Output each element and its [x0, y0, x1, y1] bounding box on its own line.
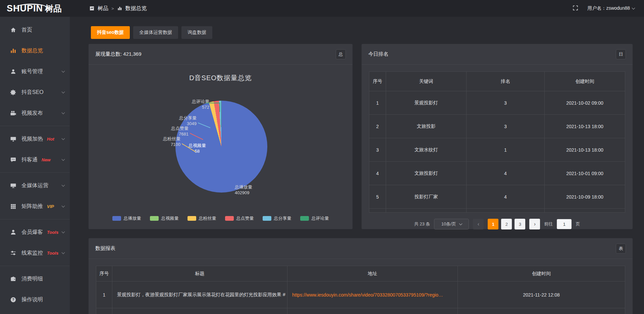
report-header-row: 序号标题地址创建时间	[96, 266, 625, 281]
page-list: 123	[488, 219, 525, 229]
report-row: 1 景观投影灯，夜游景观投影灯厂家展示展示落花灯在花园里的灯光投影应用效果 # …	[96, 281, 625, 308]
ranking-cell	[369, 209, 386, 213]
breadcrumb-root[interactable]: 树品	[98, 5, 108, 12]
grid-icon	[10, 203, 16, 210]
report-cell-link[interactable]: https://www.iesdouyin.com/share/video/70…	[287, 281, 458, 308]
app-logo: SHUPIN 树品	[0, 3, 70, 14]
report-cell-index: 1	[96, 281, 112, 308]
sidebar-item-13[interactable]: ? 操作说明	[0, 289, 70, 310]
legend-swatch	[225, 216, 234, 221]
legend-item[interactable]: 总播放量	[112, 215, 141, 221]
legend-item[interactable]: 总评论量	[300, 215, 329, 221]
comment-icon	[10, 157, 16, 163]
legend-item[interactable]: 总粉丝量	[187, 215, 216, 221]
sidebar-item-label: 矩阵助推	[21, 203, 43, 210]
sidebar-item-10[interactable]: 会员爆客 Tools	[0, 222, 70, 243]
report-cell	[287, 308, 458, 314]
total-badge-button[interactable]: 总	[336, 49, 346, 59]
fullscreen-icon[interactable]	[572, 5, 579, 12]
report-cell	[96, 308, 112, 314]
ranking-row: 1景观投影灯32021-10-02 09:00	[369, 91, 625, 115]
sidebar-item-11[interactable]: 线索监控 Tools	[0, 243, 70, 263]
tab-3[interactable]: 询盘数据	[181, 26, 212, 39]
sidebar-item-badge: New	[42, 157, 51, 162]
legend-item[interactable]: 总视频量	[150, 215, 179, 221]
ranking-cell: 2021-10-13 18:00	[545, 115, 625, 138]
sidebar-item-badge: Tools	[47, 230, 58, 235]
sidebar-item-4[interactable]: 抖音SEO	[0, 82, 70, 103]
screen-icon	[10, 136, 16, 142]
ranking-cell: 文旅水纹灯	[386, 138, 467, 162]
legend-item[interactable]: 总分享量	[263, 215, 291, 221]
report-panel-title: 数据报表	[95, 245, 115, 252]
question-icon: ?	[10, 297, 16, 303]
ranking-row: 4文旅投影灯42021-10-01 09:00	[369, 162, 625, 185]
ranking-header-row: 序号关键词排名创建时间	[369, 72, 625, 91]
sidebar-item-label: 视频加热	[21, 136, 43, 143]
ranking-table: 序号关键词排名创建时间 1景观投影灯32021-10-02 09:002文旅投影…	[369, 71, 625, 213]
page-button-1[interactable]: 1	[488, 219, 498, 229]
chevron-down-icon	[62, 184, 65, 187]
tabs-bar: 抖音seo数据全媒体运营数据询盘数据	[91, 26, 212, 39]
app-square-icon	[89, 6, 95, 11]
page-size-select[interactable]: 10条/页	[434, 219, 469, 229]
pie-chart-area: D音SEO数据量总览 总评论量572 总分享量3049 总点赞量7681 总粉丝…	[89, 65, 353, 229]
user-menu[interactable]: 用户名：zswodun88	[587, 5, 635, 11]
day-badge-button[interactable]: 日	[616, 49, 626, 59]
chevron-down-icon	[632, 6, 635, 9]
sidebar-item-label: 消费明细	[21, 275, 43, 282]
table-badge-button[interactable]: 表	[616, 244, 626, 254]
ranking-panel-header: 今日排名 日	[362, 44, 633, 65]
sidebar-item-8[interactable]: 全媒体运营	[0, 175, 70, 196]
legend-label: 总分享量	[274, 215, 291, 221]
ranking-cell: 3	[467, 115, 545, 138]
ranking-cell: 4	[467, 162, 545, 185]
tab-1[interactable]: 抖音seo数据	[91, 26, 130, 39]
page-button-3[interactable]: 3	[515, 219, 525, 229]
ranking-cell: 4	[467, 185, 545, 209]
sidebar-item-3[interactable]: 账号管理	[0, 61, 70, 82]
home-icon	[10, 27, 16, 33]
breadcrumb: 树品 > 数据总览	[89, 5, 147, 12]
sidebar-item-6[interactable]: 视频加热 Hot	[0, 128, 70, 149]
sidebar-item-5[interactable]: 视频发布	[0, 103, 70, 123]
legend-item[interactable]: 总点赞量	[225, 215, 254, 221]
sidebar-menu: 首页 数据总览 账号管理 抖音SEO 视频发布 视频加热 Hot 抖客通 New…	[0, 17, 70, 314]
legend-label: 总播放量	[124, 215, 141, 221]
pie-label-shares: 总分享量3049	[168, 115, 197, 126]
tab-2[interactable]: 全媒体运营数据	[133, 26, 178, 39]
pie-label-comments: 总评论量572	[184, 99, 209, 110]
ranking-row-partial	[369, 209, 625, 213]
sidebar-item-9[interactable]: 矩阵助推 VIP	[0, 196, 70, 217]
ranking-row: 5投影灯厂家42021-10-09 18:00	[369, 185, 625, 209]
sidebar-item-7[interactable]: 抖客通 New	[0, 149, 70, 170]
goto-page-input[interactable]	[557, 219, 572, 229]
ranking-cell: 2021-10-01 09:00	[545, 162, 625, 185]
chevron-down-icon	[62, 158, 65, 161]
page-button-2[interactable]: 2	[501, 219, 512, 229]
label-connector	[206, 103, 220, 103]
monitor-icon	[10, 182, 16, 189]
chart-title: D音SEO数据量总览	[89, 73, 353, 83]
ranking-tbody: 1景观投影灯32021-10-02 09:002文旅投影32021-10-13 …	[369, 91, 625, 213]
sidebar-item-2[interactable]: 数据总览	[0, 40, 70, 61]
report-row-partial	[96, 308, 625, 314]
ranking-cell: 2021-10-13 18:00	[545, 138, 625, 162]
svg-text:?: ?	[12, 298, 14, 302]
bar-chart-icon	[117, 6, 122, 11]
chevron-down-icon	[62, 69, 65, 73]
ranking-column-header: 创建时间	[545, 72, 625, 91]
sidebar-item-label: 数据总览	[21, 47, 43, 54]
page-unit-label: 页	[576, 221, 580, 227]
ranking-cell: 1	[467, 138, 545, 162]
next-page-button[interactable]: ›	[529, 219, 540, 229]
sidebar-item-label: 全媒体运营	[21, 182, 48, 189]
report-panel-header: 数据报表 表	[89, 238, 633, 259]
header-actions: 用户名：zswodun88	[572, 5, 644, 12]
seo-chart-panel: 展现量总数: 421,369 总 D音SEO数据量总览 总评论量572 总分享量…	[89, 44, 353, 229]
sidebar-item-12[interactable]: 消费明细	[0, 268, 70, 289]
report-cell	[458, 308, 625, 314]
prev-page-button[interactable]: ‹	[473, 219, 484, 229]
sidebar-item-1[interactable]: 首页	[0, 19, 70, 40]
sidebar-item-badge: Hot	[47, 137, 54, 142]
